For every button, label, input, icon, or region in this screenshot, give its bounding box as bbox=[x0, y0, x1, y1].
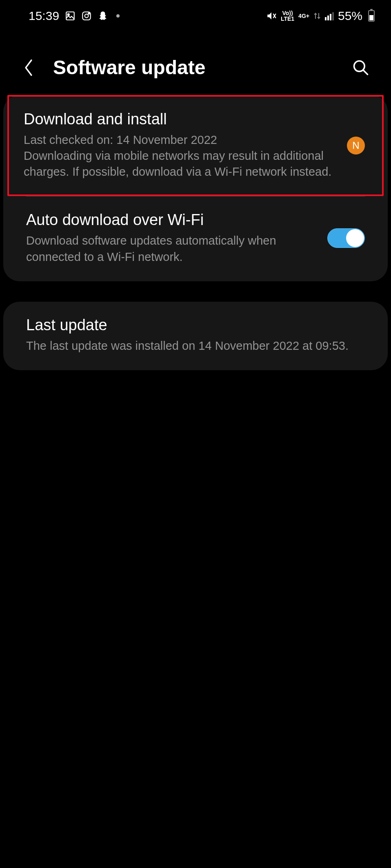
network-type: 4G+ bbox=[298, 13, 309, 19]
data-arrows-icon bbox=[313, 11, 321, 20]
back-button[interactable] bbox=[20, 60, 37, 76]
last-update-desc: The last update was installed on 14 Nove… bbox=[26, 338, 365, 354]
page-header: Software update bbox=[0, 32, 391, 95]
svg-point-3 bbox=[85, 14, 89, 18]
snapchat-icon bbox=[98, 11, 108, 21]
auto-download-title: Auto download over Wi-Fi bbox=[26, 211, 319, 229]
signal-icon bbox=[325, 11, 334, 20]
instagram-icon bbox=[81, 11, 92, 21]
status-left: 15:39 bbox=[29, 9, 120, 23]
download-install-title: Download and install bbox=[24, 110, 335, 128]
gallery-icon bbox=[65, 11, 76, 21]
settings-card-2: Last update The last update was installe… bbox=[3, 302, 388, 370]
mute-icon bbox=[266, 11, 277, 21]
search-button[interactable] bbox=[351, 58, 371, 77]
download-install-desc: Last checked on: 14 November 2022 Downlo… bbox=[24, 132, 335, 180]
toggle-knob bbox=[346, 229, 364, 247]
svg-point-4 bbox=[88, 13, 89, 14]
svg-rect-0 bbox=[66, 12, 74, 20]
status-bar: 15:39 Vo)) LTE1 4G+ 55% bbox=[0, 0, 391, 32]
battery-icon bbox=[368, 10, 375, 22]
more-dot-icon bbox=[116, 14, 120, 18]
settings-card-1: Download and install Last checked on: 14… bbox=[3, 95, 388, 281]
notification-badge: N bbox=[347, 137, 365, 155]
search-icon bbox=[352, 59, 370, 77]
svg-line-8 bbox=[363, 70, 368, 74]
auto-download-toggle[interactable] bbox=[327, 228, 365, 248]
status-time: 15:39 bbox=[29, 9, 59, 23]
chevron-left-icon bbox=[22, 58, 35, 77]
volte-icon: Vo)) LTE1 bbox=[281, 10, 294, 22]
last-update-title: Last update bbox=[26, 316, 365, 334]
last-update-item[interactable]: Last update The last update was installe… bbox=[3, 302, 388, 370]
svg-point-1 bbox=[68, 14, 69, 15]
page-title: Software update bbox=[53, 56, 335, 79]
battery-percent: 55% bbox=[338, 9, 362, 23]
status-right: Vo)) LTE1 4G+ 55% bbox=[266, 9, 375, 23]
auto-download-desc: Download software updates automatically … bbox=[26, 233, 319, 265]
download-install-item[interactable]: Download and install Last checked on: 14… bbox=[7, 95, 384, 196]
auto-download-item[interactable]: Auto download over Wi-Fi Download softwa… bbox=[3, 197, 388, 281]
